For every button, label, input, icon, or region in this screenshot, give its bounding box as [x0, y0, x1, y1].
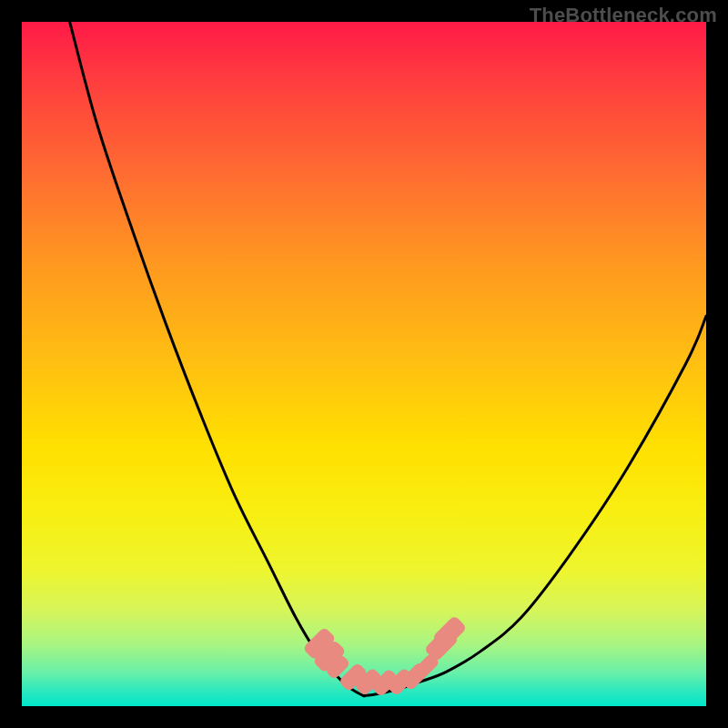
- plot-area: [22, 22, 706, 706]
- chart-frame: TheBottleneck.com: [0, 0, 728, 728]
- bottleneck-curve: [22, 22, 706, 706]
- watermark-text: TheBottleneck.com: [530, 4, 717, 27]
